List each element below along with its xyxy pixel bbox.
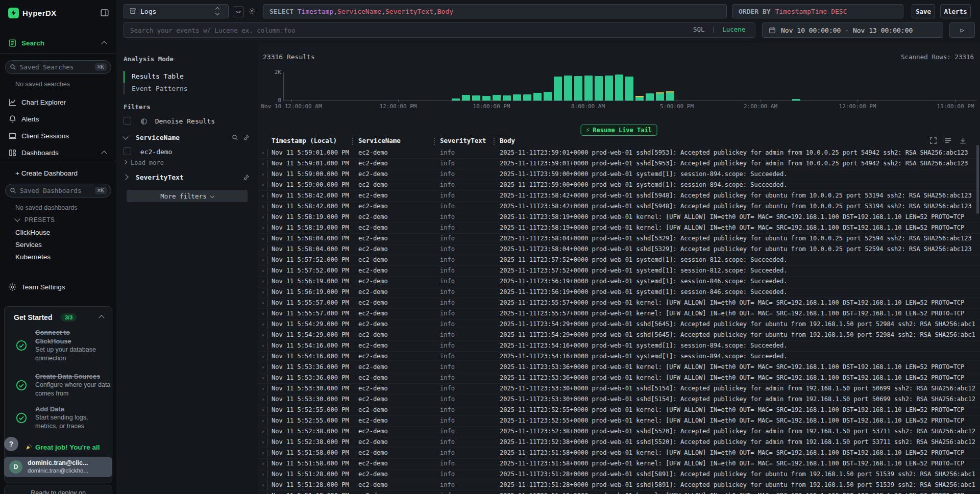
expand-row-icon[interactable]: › [261,150,265,156]
expand-row-icon[interactable]: › [261,385,265,392]
filter-group-severitytext[interactable]: SeverityText [124,174,252,181]
expand-row-icon[interactable]: › [261,375,265,381]
expand-row-icon[interactable]: › [261,342,265,349]
expand-row-icon[interactable]: › [261,353,265,360]
table-row[interactable]: ›Nov 11 5:55:57.000 PMec2-demoinfo2025-1… [258,309,980,319]
filter-group-servicename[interactable]: ServiceName [124,134,252,141]
gear-icon[interactable] [247,6,257,16]
expand-row-icon[interactable]: › [261,257,265,263]
lucene-mode-label[interactable]: Lucene [722,26,745,33]
expand-row-icon[interactable]: › [261,160,265,167]
col-body[interactable]: Body [500,137,515,144]
table-row[interactable]: ›Nov 11 5:53:36.000 PMec2-demoinfo2025-1… [258,362,980,373]
table-row[interactable]: ›Nov 11 5:57:52.000 PMec2-demoinfo2025-1… [258,255,980,266]
expand-row-icon[interactable]: › [261,289,265,295]
scrollbar-thumb[interactable] [976,145,979,214]
chevron-up-icon[interactable] [99,315,104,320]
expand-row-icon[interactable]: › [261,235,265,242]
select-query-input[interactable]: SELECT Timestamp,ServiceName,SeverityTex… [263,4,727,18]
col-servicename[interactable]: ServiceName [358,137,401,144]
code-view-icon[interactable]: <> [233,6,244,17]
table-row[interactable]: ›Nov 11 5:54:29.000 PMec2-demoinfo2025-1… [258,330,980,341]
table-row[interactable]: ›Nov 11 5:58:19.000 PMec2-demoinfo2025-1… [258,223,980,234]
presets-toggle[interactable]: PRESETS [15,216,55,224]
col-severitytext[interactable]: SeverityText [440,137,486,144]
order-by-input[interactable]: ORDER BY TimestampTime DESC [732,4,903,18]
histogram-bar[interactable] [792,99,800,101]
user-menu[interactable]: D dominic.tran@clic... dominic.tran@clic… [4,457,112,477]
table-row[interactable]: ›Nov 11 5:52:55.000 PMec2-demoinfo2025-1… [258,405,980,416]
histogram-bar[interactable] [564,76,572,101]
run-query-button[interactable]: ▷ [949,22,975,38]
expand-row-icon[interactable]: › [261,246,265,253]
create-dashboard-button[interactable]: + Create Dashboard [15,169,78,177]
table-row[interactable]: ›Nov 11 5:54:16.000 PMec2-demoinfo2025-1… [258,341,980,352]
expand-row-icon[interactable]: › [261,203,265,210]
source-select[interactable]: Logs [124,4,229,18]
sql-mode-label[interactable]: SQL [693,26,705,33]
expand-row-icon[interactable]: › [261,310,265,317]
histogram-bar[interactable] [482,96,491,101]
help-button[interactable]: ? [4,437,18,451]
expand-row-icon[interactable]: › [261,396,265,403]
histogram-bar[interactable] [584,76,593,101]
saved-searches-input[interactable]: Saved Searches ⌘K [5,60,111,74]
table-row[interactable]: ›Nov 11 5:58:42.000 PMec2-demoinfo2025-1… [258,202,980,212]
expand-row-icon[interactable]: › [261,278,265,285]
histogram-bar[interactable] [625,77,633,101]
table-row[interactable]: ›Nov 11 5:59:01.000 PMec2-demoinfo2025-1… [258,148,980,159]
histogram-bar[interactable] [544,92,552,101]
expand-row-icon[interactable]: › [261,417,265,424]
expand-row-icon[interactable]: › [261,439,265,446]
expand-row-icon[interactable]: › [261,171,265,178]
table-row[interactable]: ›Nov 11 5:52:38.000 PMec2-demoinfo2025-1… [258,427,980,437]
mode-event-patterns[interactable]: Event Patterns [132,85,188,92]
histogram-bar[interactable] [452,98,460,101]
histogram-bar[interactable] [503,95,511,101]
histogram-bar[interactable] [513,94,521,101]
table-row[interactable]: ›Nov 11 5:52:38.000 PMec2-demoinfo2025-1… [258,437,980,448]
search-icon[interactable] [232,134,238,141]
table-row[interactable]: ›Nov 11 5:53:36.000 PMec2-demoinfo2025-1… [258,373,980,384]
histogram-bar[interactable] [472,95,480,101]
expand-row-icon[interactable]: › [261,450,265,456]
filter-value-row[interactable]: ec2-demo [124,147,172,156]
table-row[interactable]: ›Nov 11 5:51:58.000 PMec2-demoinfo2025-1… [258,459,980,470]
histogram-bar[interactable] [666,91,674,101]
query-language-toggle[interactable]: SQL | Lucene [693,26,745,33]
expand-row-icon[interactable]: › [261,332,265,338]
sidebar-item-team-settings[interactable]: Team Settings [0,281,116,293]
expand-row-icon[interactable]: › [261,182,265,188]
histogram-bar[interactable] [462,95,470,101]
expand-row-icon[interactable]: › [261,428,265,435]
events-histogram[interactable]: 2K 0 Nov 10 12:00:00 AM12:00:00 PM10:00:… [258,71,980,109]
histogram-bar[interactable] [646,93,654,101]
expand-row-icon[interactable]: › [261,471,265,478]
collapse-sidebar-icon[interactable] [100,8,109,17]
table-row[interactable]: ›Nov 11 5:58:42.000 PMec2-demoinfo2025-1… [258,191,980,202]
expand-row-icon[interactable]: › [261,364,265,370]
histogram-bar[interactable] [574,76,582,101]
table-row[interactable]: ›Nov 11 5:54:16.000 PMec2-demoinfo2025-1… [258,352,980,362]
column-resize-handle[interactable] [494,138,495,145]
table-row[interactable]: ›Nov 11 5:54:29.000 PMec2-demoinfo2025-1… [258,319,980,330]
expand-row-icon[interactable]: › [261,321,265,328]
table-row[interactable]: ›Nov 11 5:59:01.000 PMec2-demoinfo2025-1… [258,159,980,169]
histogram-bar[interactable] [595,76,603,101]
ec2-demo-checkbox[interactable] [124,147,131,155]
histogram-bar[interactable] [493,95,501,101]
preset-kubernetes[interactable]: Kubernetes [15,253,51,261]
expand-row-icon[interactable]: › [261,300,265,306]
sidebar-item-chart-explorer[interactable]: Chart Explorer [0,96,116,108]
expand-row-icon[interactable]: › [261,460,265,467]
pin-icon[interactable] [243,134,250,141]
table-row[interactable]: ›Nov 11 5:56:19.000 PMec2-demoinfo2025-1… [258,287,980,298]
table-row[interactable]: ›Nov 11 5:56:19.000 PMec2-demoinfo2025-1… [258,277,980,287]
table-row[interactable]: ›Nov 11 5:51:28.000 PMec2-demoinfo2025-1… [258,480,980,491]
expand-row-icon[interactable]: › [261,214,265,220]
load-more-link[interactable]: Load more [124,159,164,166]
sidebar-item-client-sessions[interactable]: Client Sessions [0,130,116,142]
expand-row-icon[interactable]: › [261,407,265,413]
table-row[interactable]: ›Nov 11 5:51:18.000 PMec2-demoinfo2025-1… [258,491,980,494]
table-row[interactable]: ›Nov 11 5:58:04.000 PMec2-demoinfo2025-1… [258,244,980,255]
